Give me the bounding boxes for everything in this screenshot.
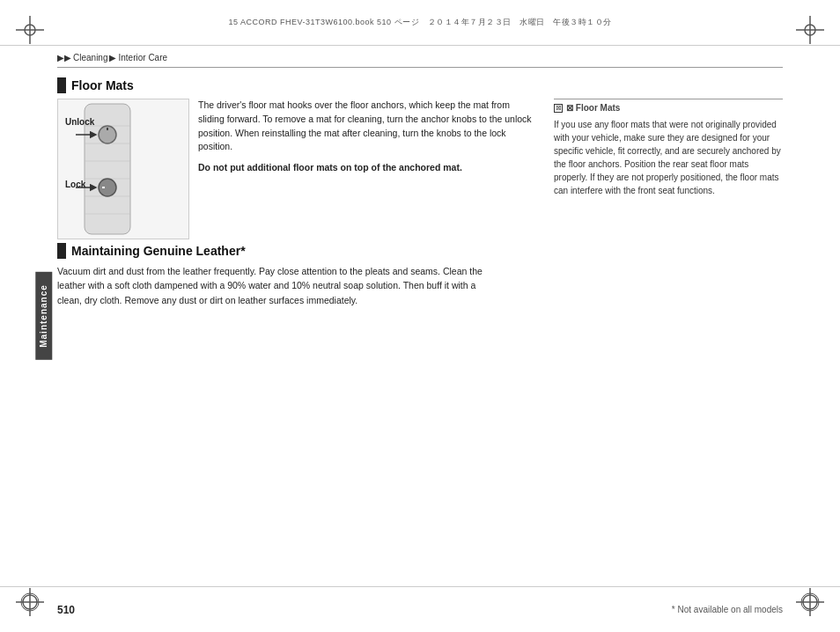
floor-mat-body: The driver's floor mat hooks over the fl… [198,99,532,151]
breadcrumb-item1: Cleaning [73,53,107,62]
sidebar-tab: Maintenance [35,272,52,360]
page-number: 510 [57,604,75,616]
top-bar: 15 ACCORD FHEV-31T3W6100.book 510 ページ ２０… [0,0,840,46]
breadcrumb-rule [57,67,783,68]
unlock-label: Unlock [65,117,94,127]
floor-mat-text: The driver's floor mat hooks over the fl… [198,99,536,239]
note-header: ⊠ ⊠ Floor Mats [554,103,783,113]
floor-mat-inner: Unlock Lock [57,99,536,239]
lock-label: Lock [65,180,94,189]
header-bar-icon [57,77,66,93]
note-check-icon: ⊠ [554,104,563,113]
leather-section: Maintaining Genuine Leather* Vacuum dirt… [57,243,783,307]
svg-point-23 [99,179,116,196]
floor-mats-title: Floor Mats [71,78,134,92]
breadcrumb: ▶▶ Cleaning ▶ Interior Care [57,53,167,62]
floor-mat-bold-note: Do not put additional floor mats on top … [198,161,536,175]
leather-header-bar-icon [57,243,66,259]
floor-mats-note: ⊠ ⊠ Floor Mats If you use any floor mats… [554,99,783,239]
floor-mat-illustration: Unlock Lock [57,99,189,239]
breadcrumb-arrows: ▶▶ [57,53,71,62]
breadcrumb-item2: Interior Care [118,53,167,62]
mat-labels: Unlock Lock [65,117,94,189]
footer-note: * Not available on all models [672,605,783,614]
top-bar-text: 15 ACCORD FHEV-31T3W6100.book 510 ページ ２０… [228,17,611,28]
breadcrumb-sep: ▶ [109,53,116,62]
floor-mats-left: Unlock Lock [57,99,536,239]
note-header-text: ⊠ Floor Mats [566,103,620,113]
floor-mats-section: Floor Mats Unlock Lock [57,77,783,239]
leather-header: Maintaining Genuine Leather* [57,243,783,259]
leather-body: Vacuum dirt and dust from the leather fr… [57,264,497,307]
leather-title: Maintaining Genuine Leather* [71,244,246,258]
main-content: Floor Mats Unlock Lock [57,77,783,579]
floor-mats-header: Floor Mats [57,77,783,93]
note-body-text: If you use any floor mats that were not … [554,118,783,197]
floor-mat-content-row: Unlock Lock [57,99,783,239]
bottom-bar: 510 * Not available on all models [0,586,840,632]
